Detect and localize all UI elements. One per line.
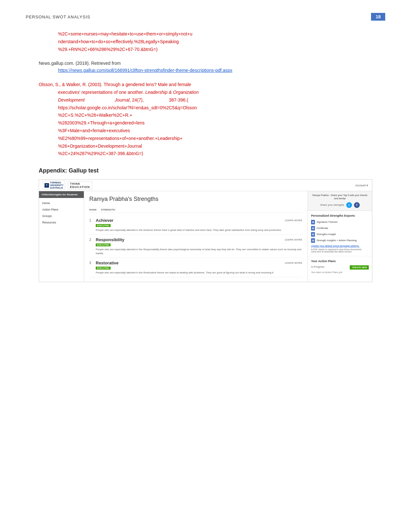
facebook-button[interactable]: f (354, 202, 360, 208)
strength-name-2: Responsibility (96, 237, 124, 242)
olsson-url3: %282003%29.+Through+a+gendered+lens (58, 120, 145, 125)
app-header-left: T TORRENSUNIVERSITYAUSTRALIA THINKEDUCAT… (43, 181, 92, 190)
rank-3: 3 (89, 261, 96, 274)
olsson-text: executives' representations of one anoth… (58, 90, 199, 95)
strength-info-1: Achiever LEARN MORE EXECUTING People who… (96, 218, 302, 232)
pdf-note: A PDF viewer is required to view these d… (311, 248, 369, 253)
page: PERSONAL SWOT ANALYSIS 18 %2C+some+nurse… (0, 0, 411, 532)
share-box: Ramya Prabha - Share your Top 5 with you… (308, 191, 372, 211)
export-label-3: Strengths Insight (317, 233, 336, 236)
export-label-1: Signature Themes (317, 221, 338, 223)
app-sidebar: CliftonStrengths for Students Home Actio… (39, 191, 84, 282)
sidebar-item-home[interactable]: Home (39, 200, 84, 206)
olsson-italic2: Development (58, 97, 85, 103)
learn-more-2[interactable]: LEARN MORE (285, 238, 302, 241)
strength-badge-3: EXECUTING (96, 267, 111, 270)
gallup-link[interactable]: https://news.gallup.com/poll/166991/clif… (58, 68, 232, 73)
olsson-url5: %E2%80%99+representations+of+one+another… (58, 136, 182, 141)
export-item-3[interactable]: ▦ Strengths Insight (311, 232, 369, 237)
page-title: PERSONAL SWOT ANALYSIS (26, 15, 90, 19)
table-row: 3 Restorative LEARN MORE EXECUTING Peopl… (89, 258, 302, 277)
no-plans-text: You have no Action Plans yet (311, 271, 369, 274)
sidebar-item-resources[interactable]: Resources (39, 219, 84, 226)
exports-title: Personalized Strengths Exports (311, 214, 369, 217)
url-text: %2C+some+nurses+may+hesitate+to+use+them… (58, 30, 372, 53)
strength-badge-2: EXECUTING (96, 243, 111, 246)
torrens-icon: T (44, 183, 49, 188)
olsson-url2: %2C+S.%2C+%26+Walker%2C+R.+ (58, 113, 132, 118)
exports-section: Personalized Strengths Exports ▦ Signatu… (308, 211, 372, 256)
strength-desc-3: People who are especially talented in th… (96, 271, 302, 274)
olsson-indented: executives' representations of one anoth… (39, 89, 199, 158)
export-item-2[interactable]: ▦ Certificate (311, 226, 369, 231)
export-icon-1: ▦ (311, 220, 315, 224)
torrens-text: TORRENSUNIVERSITYAUSTRALIA (50, 182, 64, 189)
export-item-1[interactable]: ▦ Signature Themes (311, 220, 369, 224)
strength-name-row-3: Restorative LEARN MORE (96, 261, 302, 265)
export-label-2: Certificate (317, 227, 328, 230)
app-header: T TORRENSUNIVERSITYAUSTRALIA THINKEDUCAT… (39, 180, 372, 191)
think-label: THINKEDUCATION (70, 182, 90, 189)
reference-news-gallup: News.gallup.com. (2018). Retrieved from … (39, 60, 372, 73)
sidebar-brand: CliftonStrengths for Students (39, 191, 84, 198)
olsson-url7: %2C+24%287%29%2C+387-396.&btnG=) (58, 151, 143, 156)
account-label: Account ▾ (355, 184, 368, 187)
url-block: %2C+some+nurses+may+hesitate+to+use+them… (39, 30, 372, 53)
sidebar-item-groups[interactable]: Groups (39, 213, 84, 219)
olsson-journal: Journal, 24(7), 387-396.( (85, 97, 188, 103)
strength-name-row-1: Achiever LEARN MORE (96, 218, 302, 223)
action-plans-title: Your Action Plans (311, 260, 369, 263)
rank-2: 2 (89, 237, 96, 255)
col-strength-header: STRENGTH (101, 208, 302, 211)
update-lang-link[interactable]: Update your default report language sett… (311, 244, 369, 247)
share-buttons: Share your strengths t f (311, 202, 369, 208)
sidebar-item-action-plans[interactable]: Action Plans (39, 206, 84, 213)
strength-info-2: Responsibility LEARN MORE EXECUTING Peop… (96, 237, 302, 255)
learn-more-3[interactable]: LEARN MORE (285, 261, 302, 264)
olsson-text-line1: Olsson, S., & Walker, R. (2003). Through… (39, 81, 199, 89)
export-icon-2: ▦ (311, 226, 315, 231)
export-icon-3: ▦ (311, 232, 315, 237)
olsson-url6: %26+Organization+Development+Journal (58, 143, 142, 149)
app-body: CliftonStrengths for Students Home Actio… (39, 191, 372, 282)
table-header: RANK STRENGTH (89, 207, 302, 213)
content-body: %2C+some+nurses+may+hesitate+to+use+them… (26, 30, 385, 282)
export-label-4: Strength Insights + Action Planning (317, 239, 357, 242)
page-number: 18 (371, 13, 385, 21)
strength-name-1: Achiever (96, 218, 113, 223)
export-icon-4: ▦ (311, 238, 315, 243)
strength-desc-2: People who are especially talented in th… (96, 248, 302, 255)
strength-info-3: Restorative LEARN MORE EXECUTING People … (96, 261, 302, 274)
app-screenshot: T TORRENSUNIVERSITYAUSTRALIA THINKEDUCAT… (39, 179, 372, 282)
strength-desc-1: People who are especially talented in th… (96, 228, 302, 232)
export-item-4[interactable]: ▦ Strength Insights + Action Planning (311, 238, 369, 243)
page-header: PERSONAL SWOT ANALYSIS 18 (26, 13, 385, 21)
app-right-panel: Ramya Prabha - Share your Top 5 with you… (308, 191, 372, 282)
appendix-title: Appendix: Gallup test (39, 167, 372, 174)
app-main: Ramya Prabha's Strengths RANK STRENGTH 1 (84, 191, 308, 282)
create-new-button[interactable]: CREATE NEW (350, 265, 369, 270)
app-main-title: Ramya Prabha's Strengths (89, 196, 302, 202)
account-button[interactable]: Account ▾ (355, 184, 368, 187)
think-logo: THINKEDUCATION (68, 181, 92, 190)
table-row: 2 Responsibility LEARN MORE EXECUTING Pe… (89, 235, 302, 258)
rank-1: 1 (89, 218, 96, 232)
torrens-logo: T TORRENSUNIVERSITYAUSTRALIA (43, 181, 65, 190)
olsson-url4: %3F+Male+and+female+executives (58, 128, 130, 133)
strength-badge-1: EXECUTING (96, 224, 111, 227)
strength-name-3: Restorative (96, 261, 119, 265)
olsson-italic1: Leadership & Organization (145, 90, 199, 95)
strengths-table: RANK STRENGTH 1 Achiever LEARN MORE (89, 207, 302, 277)
col-rank-header: RANK (89, 208, 96, 211)
sidebar-nav: Home Action Plans Groups Resources (39, 198, 84, 228)
action-plans-section: Your Action Plans In-Progress CREATE NEW… (308, 256, 372, 277)
table-row: 1 Achiever LEARN MORE EXECUTING People w… (89, 215, 302, 235)
learn-more-1[interactable]: LEARN MORE (285, 219, 302, 222)
reference-olsson: Olsson, S., & Walker, R. (2003). Through… (39, 81, 372, 158)
olsson-url1: https://scholar.google.co.in/scholar?hl=… (58, 105, 197, 110)
share-box-title: Ramya Prabha - Share your Top 5 with you… (311, 194, 369, 200)
ref-prefix: News.gallup.com. (2018). Retrieved from (39, 60, 372, 67)
in-progress-label: In-Progress (311, 265, 324, 268)
share-label: Share your strengths (320, 203, 344, 206)
twitter-button[interactable]: t (346, 202, 352, 208)
